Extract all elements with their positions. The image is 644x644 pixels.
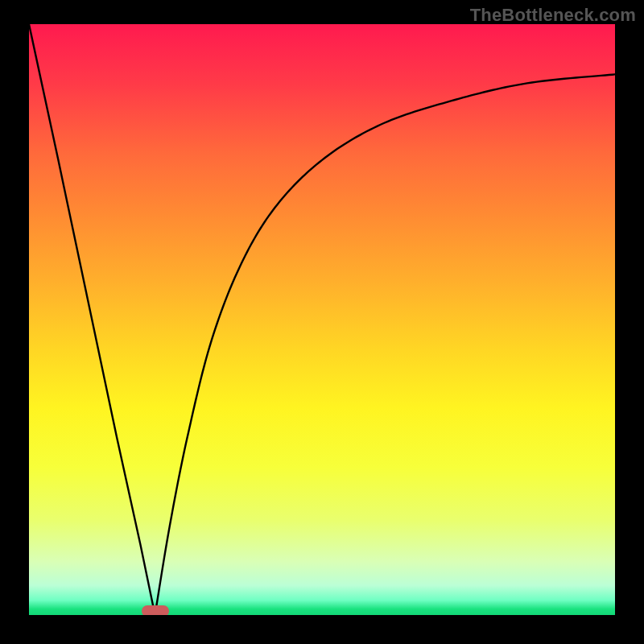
watermark-text: TheBottleneck.com <box>470 5 636 26</box>
bottleneck-curve <box>29 24 615 615</box>
plot-area <box>29 24 615 615</box>
min-marker-icon <box>142 605 169 615</box>
chart-frame: TheBottleneck.com <box>0 0 644 644</box>
